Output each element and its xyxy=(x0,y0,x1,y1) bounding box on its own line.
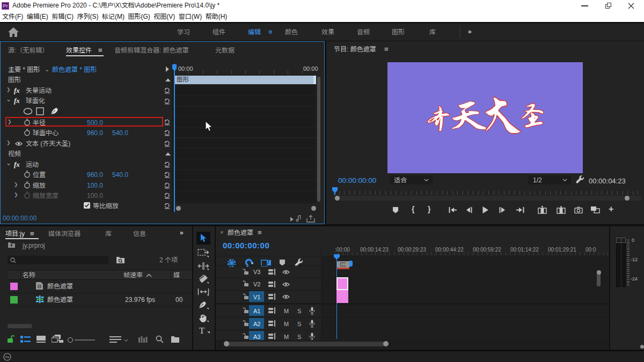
svg-text:圣: 圣 xyxy=(517,100,548,132)
